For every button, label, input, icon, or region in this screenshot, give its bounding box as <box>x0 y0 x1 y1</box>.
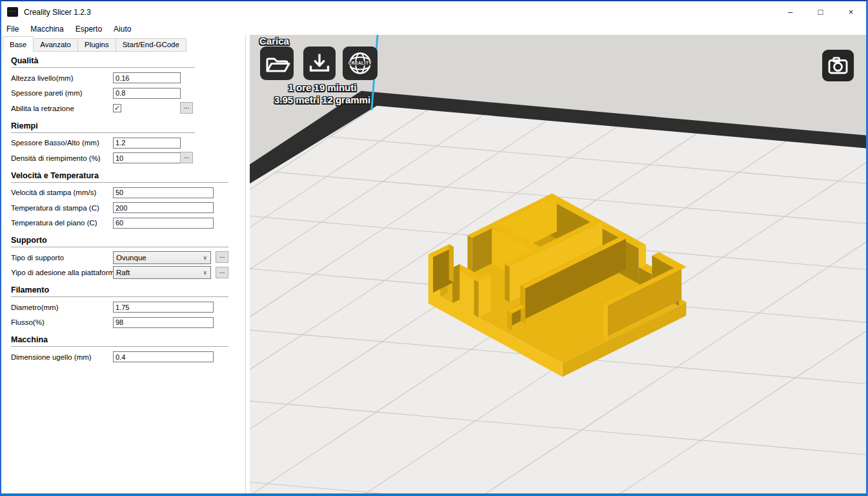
setting-row: Densità di riempimento (%) ... <box>11 150 245 166</box>
print-temperature-input[interactable] <box>113 202 214 213</box>
section-divider <box>11 67 195 68</box>
section-qualita: Qualità Altezza livello(mm) Spessore par… <box>11 56 245 116</box>
section-divider <box>11 132 195 133</box>
menu-esperto[interactable]: Esperto <box>70 23 108 35</box>
creality-globe-icon: CREALITY <box>343 46 378 80</box>
minimize-button[interactable]: – <box>775 1 805 23</box>
minimize-icon: – <box>788 7 792 17</box>
section-divider <box>11 346 228 347</box>
window-controls: – □ × <box>775 1 866 23</box>
section-supporto: Supporto Tipo di supporto Ovunque ∨ ... … <box>11 236 245 280</box>
settings-panel: Base Avanzato Plugins Start/End-GCode Qu… <box>1 35 246 493</box>
print-speed-input[interactable] <box>113 187 214 198</box>
filament-diameter-input[interactable] <box>113 302 214 313</box>
adhesion-more-button[interactable]: ... <box>216 267 228 278</box>
setting-label: Abilita la retrazione <box>11 105 113 112</box>
select-value: Ovunque <box>116 254 146 262</box>
setting-label: Spessore Basso/Alto (mm) <box>11 139 113 147</box>
section-title: Velocità e Temperatura <box>11 171 245 180</box>
setting-label: Tipo di supporto <box>11 254 113 262</box>
section-title: Qualità <box>11 56 245 65</box>
wall-thickness-input[interactable] <box>113 88 181 99</box>
setting-row: Velocità di stampa (mm/s) <box>11 185 245 201</box>
print-material: 3.95 metri 12 grammi <box>250 94 395 106</box>
app-icon: ··· <box>7 7 18 17</box>
print-time: 1 ore 19 minuti <box>250 81 395 94</box>
menu-macchina[interactable]: Macchina <box>25 23 69 35</box>
setting-row: Temperatura del piano (C) <box>11 216 245 231</box>
section-divider <box>11 247 228 247</box>
setting-row: Spessore pareti (mm) <box>11 86 245 101</box>
tab-start-end-gcode[interactable]: Start/End-GCode <box>116 38 187 52</box>
section-riempi: Riempi Spessore Basso/Alto (mm) Densità … <box>11 121 245 166</box>
maximize-button[interactable]: □ <box>805 1 836 23</box>
select-value: Raft <box>116 269 130 276</box>
layer-height-input[interactable] <box>113 72 181 83</box>
setting-row: Diametro(mm) <box>11 300 245 315</box>
camera-icon <box>822 50 854 81</box>
title-bar[interactable]: ··· Creality Slicer 1.2.3 – □ × <box>1 1 866 23</box>
tab-avanzato[interactable]: Avanzato <box>33 38 78 52</box>
checkmark-icon: ✓ <box>114 104 120 112</box>
setting-row: Abilita la retrazione ✓ ... <box>11 101 245 116</box>
settings-form: Qualità Altezza livello(mm) Spessore par… <box>1 52 245 365</box>
platform-adhesion-select[interactable]: Raft ∨ <box>113 266 211 279</box>
window-title: Creality Slicer 1.2.3 <box>24 8 91 17</box>
section-macchina: Macchina Dimensione ugello (mm) <box>11 335 245 365</box>
setting-row: Spessore Basso/Alto (mm) <box>11 136 245 151</box>
fill-density-input[interactable] <box>113 152 181 163</box>
main-area: Base Avanzato Plugins Start/End-GCode Qu… <box>1 35 866 493</box>
setting-label: Yipo di adesione alla piattaforma <box>11 269 113 276</box>
fill-density-more-button[interactable]: ... <box>180 152 193 163</box>
tab-strip: Base Avanzato Plugins Start/End-GCode <box>3 36 186 52</box>
retraction-checkbox[interactable]: ✓ <box>113 104 121 112</box>
support-type-select[interactable]: Ovunque ∨ <box>113 251 211 264</box>
snapshot-button[interactable] <box>822 50 854 81</box>
chevron-down-icon: ∨ <box>203 254 210 261</box>
viewport-3d[interactable]: Carica <box>250 35 866 493</box>
setting-row: Yipo di adesione alla piattaforma Raft ∨… <box>11 265 245 281</box>
load-model-button[interactable] <box>260 46 294 80</box>
section-title: Macchina <box>11 335 245 344</box>
save-gcode-button[interactable] <box>303 46 336 80</box>
bed-temperature-input[interactable] <box>113 218 214 229</box>
setting-label: Spessore pareti (mm) <box>11 89 113 97</box>
svg-text:CREALITY: CREALITY <box>348 61 372 65</box>
maximize-icon: □ <box>818 7 823 17</box>
section-velocita-temperatura: Velocità e Temperatura Velocità di stamp… <box>11 171 245 231</box>
support-more-button[interactable]: ... <box>216 251 228 263</box>
folder-icon <box>260 46 294 80</box>
creality-web-button[interactable]: CREALITY <box>343 46 378 80</box>
nozzle-size-input[interactable] <box>113 351 214 362</box>
menu-aiuto[interactable]: Aiuto <box>108 23 137 35</box>
setting-row: Altezza livello(mm) <box>11 70 245 86</box>
load-tooltip: Carica <box>259 36 289 46</box>
section-filamento: Filamento Diametro(mm) Flusso(%) <box>11 285 245 330</box>
section-divider <box>11 296 228 297</box>
close-button[interactable]: × <box>836 1 866 23</box>
tab-base[interactable]: Base <box>3 36 34 52</box>
bottom-top-thickness-input[interactable] <box>113 138 181 149</box>
menu-file[interactable]: File <box>6 23 25 35</box>
setting-label: Velocità di stampa (mm/s) <box>11 189 113 196</box>
setting-label: Densità di riempimento (%) <box>11 154 113 162</box>
setting-label: Dimensione ugello (mm) <box>11 353 113 361</box>
retraction-more-button[interactable]: ... <box>180 102 193 114</box>
print-estimate: 1 ore 19 minuti 3.95 metri 12 grammi <box>250 81 395 106</box>
chevron-down-icon: ∨ <box>203 269 210 276</box>
download-icon <box>303 46 336 80</box>
setting-label: Diametro(mm) <box>11 304 113 311</box>
menu-bar: File Macchina Esperto Aiuto <box>1 23 866 35</box>
section-divider <box>11 182 228 183</box>
setting-label: Temperatura del piano (C) <box>11 219 113 227</box>
section-title: Filamento <box>11 285 245 294</box>
app-window: ··· Creality Slicer 1.2.3 – □ × File Mac… <box>0 0 868 496</box>
flow-input[interactable] <box>113 317 214 328</box>
tab-plugins[interactable]: Plugins <box>77 38 116 52</box>
setting-row: Tipo di supporto Ovunque ∨ ... <box>11 250 245 265</box>
section-title: Riempi <box>11 121 245 130</box>
setting-label: Temperatura di stampa (C) <box>11 204 113 212</box>
setting-row: Temperatura di stampa (C) <box>11 200 245 216</box>
setting-label: Altezza livello(mm) <box>11 74 113 82</box>
setting-label: Flusso(%) <box>11 318 113 326</box>
